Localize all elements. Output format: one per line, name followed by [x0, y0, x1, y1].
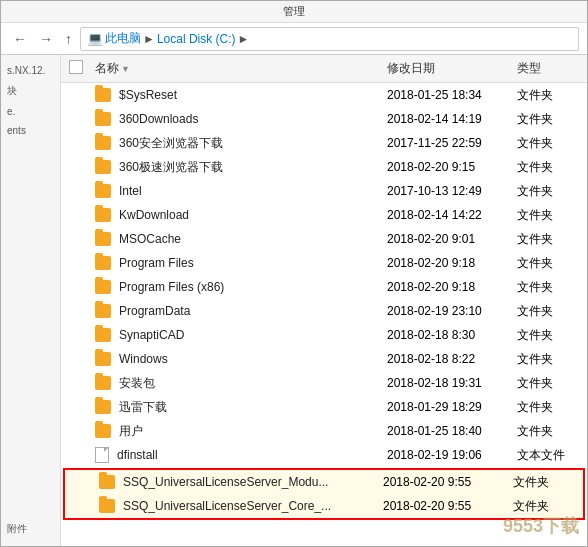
file-name-text: KwDownload [119, 208, 387, 222]
row-name-cell: MSOCache [91, 232, 387, 246]
file-type: 文件夹 [517, 135, 587, 152]
table-row[interactable]: SynaptiCAD2018-02-18 8:30文件夹 [61, 323, 587, 347]
folder-icon [95, 352, 111, 366]
file-name-text: Program Files (x86) [119, 280, 387, 294]
file-list: $SysReset2018-01-25 18:34文件夹360Downloads… [61, 83, 587, 546]
table-row[interactable]: 安装包2018-02-18 19:31文件夹 [61, 371, 587, 395]
back-button[interactable]: ← [9, 29, 31, 49]
row-name-cell: Program Files [91, 256, 387, 270]
table-row[interactable]: MSOCache2018-02-20 9:01文件夹 [61, 227, 587, 251]
file-name-text: 360安全浏览器下载 [119, 135, 387, 152]
forward-button[interactable]: → [35, 29, 57, 49]
sidebar-item-1[interactable]: s.NX.12. [5, 63, 56, 78]
file-name-text: 360极速浏览器下载 [119, 159, 387, 176]
file-name-text: 用户 [119, 423, 387, 440]
folder-icon [99, 475, 115, 489]
row-name-cell: SynaptiCAD [91, 328, 387, 342]
table-row[interactable]: 迅雷下载2018-01-29 18:29文件夹 [61, 395, 587, 419]
file-type: 文件夹 [513, 498, 583, 515]
table-row[interactable]: Program Files2018-02-20 9:18文件夹 [61, 251, 587, 275]
file-date: 2018-02-20 9:01 [387, 232, 517, 246]
row-name-cell: 迅雷下载 [91, 399, 387, 416]
sidebar-item-4[interactable]: ents [5, 123, 56, 138]
table-row[interactable]: SSQ_UniversalLicenseServer_Core_...2018-… [65, 494, 583, 518]
sidebar-item-2[interactable]: 块 [5, 82, 56, 100]
folder-icon [95, 376, 111, 390]
row-name-cell: dfinstall [91, 447, 387, 463]
highlighted-files-box: SSQ_UniversalLicenseServer_Modu...2018-0… [63, 468, 585, 520]
computer-label: 此电脑 [105, 30, 141, 47]
folder-icon [95, 208, 111, 222]
folder-icon [99, 499, 115, 513]
name-col-header[interactable]: 名称 ▼ [91, 60, 387, 77]
table-row[interactable]: KwDownload2018-02-14 14:22文件夹 [61, 203, 587, 227]
file-explorer-window: 管理 ← → ↑ 💻 此电脑 ► Local Disk (C:) ► s.NX.… [0, 0, 588, 547]
row-name-cell: 用户 [91, 423, 387, 440]
file-type: 文件夹 [517, 255, 587, 272]
file-name-text: 360Downloads [119, 112, 387, 126]
file-type: 文件夹 [517, 231, 587, 248]
row-name-cell: Program Files (x86) [91, 280, 387, 294]
sidebar-item-3[interactable]: e. [5, 104, 56, 119]
table-row[interactable]: ProgramData2018-02-19 23:10文件夹 [61, 299, 587, 323]
table-row[interactable]: $SysReset2018-01-25 18:34文件夹 [61, 83, 587, 107]
type-col-header[interactable]: 类型 [517, 60, 587, 77]
file-date: 2018-02-20 9:55 [383, 499, 513, 513]
file-name-text: SynaptiCAD [119, 328, 387, 342]
file-date: 2018-02-18 8:22 [387, 352, 517, 366]
file-date: 2018-01-25 18:40 [387, 424, 517, 438]
table-row[interactable]: Program Files (x86)2018-02-20 9:18文件夹 [61, 275, 587, 299]
computer-path-segment[interactable]: 💻 此电脑 [87, 30, 141, 47]
file-area: 名称 ▼ 修改日期 类型 $SysReset2018-01-25 18:34文件… [61, 55, 587, 546]
folder-icon [95, 304, 111, 318]
path-separator-1: ► [143, 32, 155, 46]
folder-icon [95, 256, 111, 270]
table-row[interactable]: dfinstall2018-02-19 19:06文本文件 [61, 443, 587, 467]
address-bar: ← → ↑ 💻 此电脑 ► Local Disk (C:) ► [1, 23, 587, 55]
file-type: 文件夹 [517, 183, 587, 200]
file-name-text: 安装包 [119, 375, 387, 392]
table-row[interactable]: Intel2017-10-13 12:49文件夹 [61, 179, 587, 203]
check-col-header [61, 60, 91, 77]
drive-path-segment[interactable]: Local Disk (C:) [157, 32, 236, 46]
file-name-text: 迅雷下载 [119, 399, 387, 416]
file-date: 2018-02-20 9:18 [387, 280, 517, 294]
row-name-cell: 360安全浏览器下载 [91, 135, 387, 152]
folder-icon [95, 184, 111, 198]
file-date: 2018-02-19 23:10 [387, 304, 517, 318]
table-row[interactable]: Windows2018-02-18 8:22文件夹 [61, 347, 587, 371]
table-row[interactable]: SSQ_UniversalLicenseServer_Modu...2018-0… [65, 470, 583, 494]
name-sort-arrow: ▼ [121, 64, 130, 74]
file-date: 2018-02-19 19:06 [387, 448, 517, 462]
file-date: 2018-02-20 9:55 [383, 475, 513, 489]
table-row[interactable]: 用户2018-01-25 18:40文件夹 [61, 419, 587, 443]
file-date: 2018-02-14 14:22 [387, 208, 517, 222]
file-date: 2018-02-20 9:15 [387, 160, 517, 174]
row-name-cell: SSQ_UniversalLicenseServer_Modu... [95, 475, 383, 489]
main-content: s.NX.12. 块 e. ents 附件 [1, 55, 587, 546]
row-name-cell: Windows [91, 352, 387, 366]
address-path[interactable]: 💻 此电脑 ► Local Disk (C:) ► [80, 27, 579, 51]
sidebar-item-5[interactable] [5, 142, 56, 146]
file-name-text: $SysReset [119, 88, 387, 102]
row-name-cell: 360Downloads [91, 112, 387, 126]
row-name-cell: SSQ_UniversalLicenseServer_Core_... [95, 499, 383, 513]
sidebar-item-6[interactable]: 附件 [5, 520, 56, 538]
row-name-cell: KwDownload [91, 208, 387, 222]
row-name-cell: ProgramData [91, 304, 387, 318]
file-type: 文件夹 [517, 327, 587, 344]
header-checkbox[interactable] [69, 60, 83, 74]
file-name-text: Windows [119, 352, 387, 366]
folder-icon [95, 112, 111, 126]
table-row[interactable]: 360安全浏览器下载2017-11-25 22:59文件夹 [61, 131, 587, 155]
table-row[interactable]: 360Downloads2018-02-14 14:19文件夹 [61, 107, 587, 131]
table-row[interactable]: 360极速浏览器下载2018-02-20 9:15文件夹 [61, 155, 587, 179]
up-button[interactable]: ↑ [61, 29, 76, 49]
date-col-header[interactable]: 修改日期 [387, 60, 517, 77]
file-name-text: dfinstall [117, 448, 387, 462]
file-name-text: MSOCache [119, 232, 387, 246]
file-type: 文件夹 [517, 207, 587, 224]
file-date: 2018-02-18 8:30 [387, 328, 517, 342]
folder-icon [95, 232, 111, 246]
file-date: 2018-02-20 9:18 [387, 256, 517, 270]
